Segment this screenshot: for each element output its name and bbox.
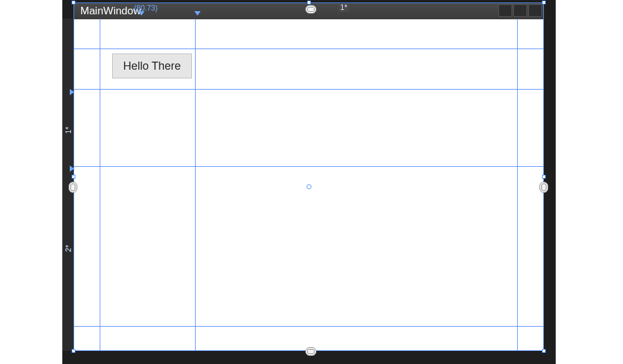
close-button[interactable] <box>528 4 542 17</box>
designer-stage: MainWindow Hello There <box>0 0 623 364</box>
column-marker-icon[interactable] <box>138 11 145 16</box>
minimize-button[interactable] <box>498 4 512 17</box>
lock-adorner-icon[interactable] <box>305 5 316 14</box>
hello-button[interactable]: Hello There <box>112 54 192 78</box>
column-marker-icon[interactable] <box>194 11 201 16</box>
window-chrome-buttons <box>498 4 542 17</box>
column-measure-label: (80.73) <box>134 4 158 12</box>
lock-adorner-icon[interactable] <box>540 182 548 193</box>
lock-adorner-icon[interactable] <box>69 182 77 193</box>
column-size-label[interactable]: 1* <box>338 3 349 12</box>
maximize-button[interactable] <box>513 4 527 17</box>
row-marker-icon[interactable] <box>70 166 74 172</box>
lock-adorner-icon[interactable] <box>305 347 316 356</box>
row-size-label[interactable]: 2* <box>64 245 73 252</box>
row-size-label[interactable]: 1* <box>64 127 73 134</box>
button-label: Hello There <box>123 60 181 73</box>
window-title: MainWindow <box>80 5 141 17</box>
row-marker-icon[interactable] <box>70 89 74 95</box>
